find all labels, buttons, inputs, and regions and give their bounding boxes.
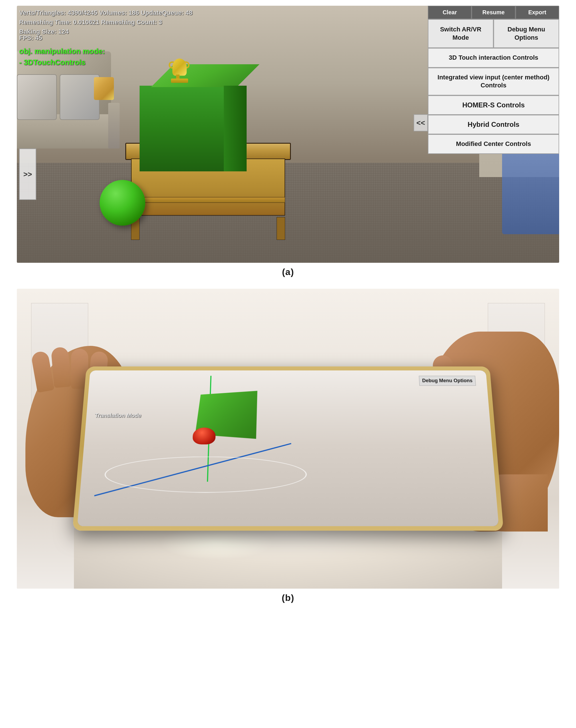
phone-bezel: Debug Menu Options Translation Mode (77, 370, 499, 526)
modified-label: Modified Center Controls (456, 140, 531, 147)
finger-2 (51, 347, 71, 388)
hybrid-label: Hybrid Controls (467, 120, 519, 128)
screen-debug-label: Debug Menu Options (422, 378, 473, 383)
decorative-pillow (94, 77, 114, 100)
mode-display: obj. manipulation mode: - 3DTouchControl… (19, 46, 105, 68)
right-menu-panel: Clear Resume Export Switch AR/VR Mode De… (428, 6, 559, 154)
modified-center-button[interactable]: Modified Center Controls (428, 134, 559, 154)
table-shelf (131, 197, 285, 203)
figure-a-wrapper: Verts/Triangles: 4390/4245 Volumes: 186 … (17, 6, 559, 277)
hybrid-button[interactable]: Hybrid Controls (428, 115, 559, 134)
3dtouch-button[interactable]: 3D Touch interaction Controls (428, 48, 559, 68)
screen-translation-label: Translation Mode (95, 412, 142, 419)
photo-scene-b: Debug Menu Options Translation Mode (17, 289, 559, 589)
fps-counter: FPS: 45 (19, 34, 42, 42)
switch-ar-vr-button[interactable]: Switch AR/VR Mode (428, 19, 493, 48)
stats-line1: Verts/Triangles: 4390/4245 Volumes: 186 … (19, 8, 192, 18)
expand-right-icon: >> (23, 170, 32, 179)
debug-label: Debug Menu Options (508, 26, 545, 41)
top-buttons-row: Clear Resume Export (428, 6, 559, 19)
finger-1 (31, 351, 54, 393)
screen-debug-button[interactable]: Debug Menu Options (419, 376, 476, 386)
screen-red-cylinder (192, 427, 216, 444)
collapse-menu-button[interactable]: << (413, 114, 428, 131)
phone-device: Debug Menu Options Translation Mode (73, 366, 504, 531)
stats-line2: Remeshing Time: 0.010621 Remeshing Count… (19, 18, 192, 27)
cube-front-face (140, 86, 225, 171)
green-sphere-object (99, 180, 145, 226)
hud-stats: Verts/Triangles: 4390/4245 Volumes: 186 … (19, 8, 192, 36)
export-button[interactable]: Export (516, 6, 559, 19)
clear-button[interactable]: Clear (428, 6, 471, 19)
switch-ar-label: Switch AR/VR Mode (440, 26, 482, 41)
debug-menu-button[interactable]: Debug Menu Options (493, 19, 559, 48)
integrated-label: Integrated view input (center method) Co… (438, 74, 549, 89)
trophy-cup (172, 59, 187, 76)
figure-b-label: (b) (282, 593, 294, 603)
stats-line3: Baking Size: 124 (19, 27, 192, 36)
table-highlight (160, 526, 274, 560)
chevron-left-icon: << (416, 118, 425, 128)
screen-room-bg (77, 370, 499, 526)
mode-line2: - 3DTouchControls (19, 57, 105, 68)
sofa-arm (108, 103, 120, 148)
figures-container: Verts/Triangles: 4390/4245 Volumes: 186 … (17, 6, 559, 603)
figure-a-label: (a) (282, 267, 294, 277)
homer-label: HOMER-S Controls (462, 101, 525, 109)
phone-screen: Debug Menu Options Translation Mode (77, 370, 499, 526)
trophy-base (171, 79, 188, 83)
sofa-right (502, 148, 559, 234)
green-cube-object (140, 68, 248, 171)
left-expand-button[interactable]: >> (19, 148, 36, 200)
ar-tracking-ellipse (103, 456, 307, 493)
ar-scene-a: Verts/Triangles: 4390/4245 Volumes: 186 … (17, 6, 559, 263)
sofa-cushion-2 (60, 74, 99, 120)
sofa-cushion-1 (17, 74, 57, 120)
table-leg-right (277, 217, 285, 240)
trophy-object (168, 59, 191, 93)
integrated-view-button[interactable]: Integrated view input (center method) Co… (428, 68, 559, 95)
homer-s-button[interactable]: HOMER-S Controls (428, 95, 559, 115)
resume-button[interactable]: Resume (471, 6, 515, 19)
mode-row: Switch AR/VR Mode Debug Menu Options (428, 19, 559, 48)
figure-b-wrapper: Debug Menu Options Translation Mode (b) (17, 289, 559, 603)
cube-right-face (224, 86, 247, 171)
3dtouch-label: 3D Touch interaction Controls (449, 54, 538, 61)
mode-line1: obj. manipulation mode: (19, 46, 105, 57)
